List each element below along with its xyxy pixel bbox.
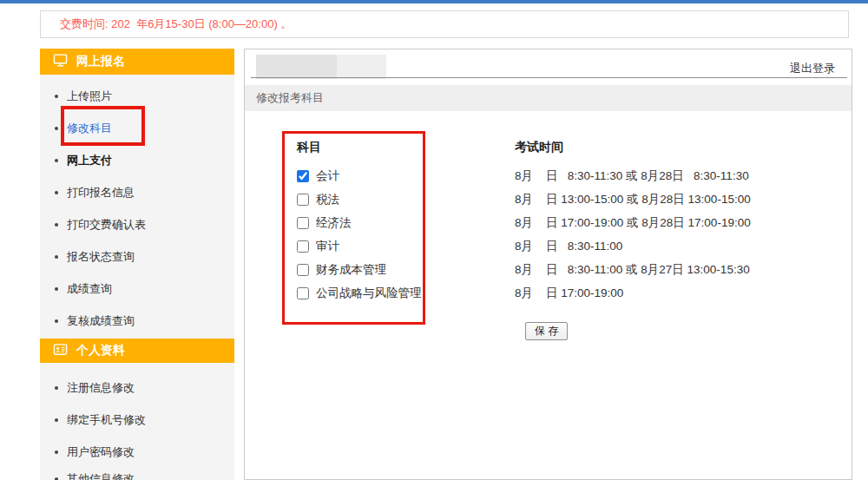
sidebar-section-personal-info: 个人资料 bbox=[40, 339, 234, 363]
subject-row: 经济法 bbox=[297, 211, 422, 234]
time-row: 8月 日 17:00-19:00 bbox=[515, 281, 751, 305]
sidebar-item-score-review-query[interactable]: 复核成绩查询 bbox=[40, 305, 234, 337]
bullet-icon bbox=[55, 418, 58, 422]
header-divider bbox=[251, 77, 847, 78]
exam-time: 8月 日 17:00-19:00 或 8月28日 17:00-19:00 bbox=[515, 215, 751, 231]
sidebar-item-registration-info-modify[interactable]: 注册信息修改 bbox=[40, 372, 234, 404]
sidebar-item-user-password-modify[interactable]: 用户密码修改 bbox=[40, 436, 234, 468]
bullet-icon bbox=[55, 223, 58, 227]
subject-column-header: 科目 bbox=[297, 140, 422, 157]
sidebar-item-modify-subjects[interactable]: 修改科目 bbox=[40, 112, 234, 144]
time-row: 8月 日 17:00-19:00 或 8月28日 17:00-19:00 bbox=[515, 211, 751, 234]
sidebar-item-upload-photo[interactable]: 上传照片 bbox=[40, 80, 234, 112]
subject-row: 财务成本管理 bbox=[297, 258, 422, 281]
time-row: 8月 日 13:00-15:00 或 8月28日 13:00-15:00 bbox=[515, 187, 751, 211]
bullet-icon bbox=[55, 127, 58, 130]
subject-row: 公司战略与风险管理 bbox=[297, 281, 422, 305]
payment-notice-text: 交费时间: 202 年6月15-30日 (8:00—20:00) 。 bbox=[60, 16, 292, 32]
subject-label: 公司战略与风险管理 bbox=[316, 286, 422, 301]
monitor-icon bbox=[53, 53, 68, 70]
top-accent-bar bbox=[0, 0, 868, 3]
subject-column: 科目 会计 税法 经济法 审计 财务成本管理 bbox=[297, 140, 422, 305]
exam-time-column: 考试时间 8月 日 8:30-11:30 或 8月28日 8:30-11:30 … bbox=[515, 140, 751, 305]
id-card-icon bbox=[53, 342, 68, 359]
exam-time: 8月 日 17:00-19:00 bbox=[515, 286, 623, 301]
sidebar-item-print-registration-info[interactable]: 打印报名信息 bbox=[40, 176, 234, 208]
sidebar-item-online-payment[interactable]: 网上支付 bbox=[40, 144, 234, 176]
bullet-icon bbox=[55, 386, 58, 390]
bullet-icon bbox=[55, 95, 58, 98]
subject-label: 会计 bbox=[316, 168, 339, 184]
main-panel: 退出登录 修改报考科目 科目 会计 税法 经济法 审计 财务成本管理 bbox=[244, 49, 852, 480]
sidebar-item-registration-status-query[interactable]: 报名状态查询 bbox=[40, 240, 234, 273]
bullet-icon bbox=[55, 159, 58, 162]
exam-time: 8月 日 8:30-11:00 bbox=[515, 239, 622, 254]
bullet-icon bbox=[55, 287, 58, 291]
sidebar-item-print-payment-confirmation[interactable]: 打印交费确认表 bbox=[40, 208, 234, 240]
bullet-icon bbox=[55, 255, 58, 259]
subject-label: 税法 bbox=[316, 192, 339, 207]
subject-row: 审计 bbox=[297, 234, 422, 258]
exam-time: 8月 日 13:00-15:00 或 8月28日 13:00-15:00 bbox=[515, 192, 751, 207]
subject-checkbox-auditing[interactable] bbox=[297, 240, 309, 253]
time-row: 8月 日 8:30-11:00 bbox=[515, 234, 751, 258]
time-row: 8月 日 8:30-11:00 或 8月27日 13:00-15:30 bbox=[515, 258, 751, 281]
subject-checkbox-tax-law[interactable] bbox=[297, 194, 309, 206]
sidebar-item-bound-phone-modify[interactable]: 绑定手机号修改 bbox=[40, 404, 234, 436]
sidebar-item-score-query[interactable]: 成绩查询 bbox=[40, 273, 234, 305]
subject-checkbox-accounting[interactable] bbox=[297, 170, 309, 182]
bullet-icon bbox=[55, 319, 58, 323]
sidebar-section-title: 网上报名 bbox=[76, 54, 125, 69]
payment-notice-box: 交费时间: 202 年6月15-30日 (8:00—20:00) 。 bbox=[40, 10, 849, 38]
sidebar-section-title: 个人资料 bbox=[76, 343, 125, 358]
save-button[interactable]: 保 存 bbox=[525, 322, 568, 340]
time-row: 8月 日 8:30-11:30 或 8月28日 8:30-11:30 bbox=[515, 164, 751, 187]
subject-label: 审计 bbox=[316, 239, 339, 254]
exam-time-column-header: 考试时间 bbox=[515, 140, 751, 157]
subject-checkbox-financial-cost-management[interactable] bbox=[297, 264, 309, 276]
subject-row: 会计 bbox=[297, 164, 422, 187]
user-name-redacted bbox=[256, 55, 386, 79]
page-title: 修改报考科目 bbox=[245, 85, 852, 111]
sidebar: 网上报名 上传照片 修改科目 网上支付 打印报名信息 打印交费确认表 报名状态查… bbox=[40, 49, 234, 480]
subject-checkbox-economic-law[interactable] bbox=[297, 217, 309, 229]
subject-label: 经济法 bbox=[316, 215, 352, 231]
exam-time: 8月 日 8:30-11:30 或 8月28日 8:30-11:30 bbox=[515, 168, 749, 184]
logout-link[interactable]: 退出登录 bbox=[790, 61, 835, 76]
sidebar-item-clipped[interactable]: 其他信息修改 bbox=[40, 468, 234, 480]
sidebar-section-online-registration: 网上报名 bbox=[40, 49, 234, 75]
exam-time: 8月 日 8:30-11:00 或 8月27日 13:00-15:30 bbox=[515, 262, 750, 278]
subject-checkbox-strategy-risk-management[interactable] bbox=[297, 287, 309, 299]
subject-label: 财务成本管理 bbox=[316, 262, 386, 278]
bullet-icon bbox=[55, 191, 58, 194]
subject-row: 税法 bbox=[297, 187, 422, 211]
bullet-icon bbox=[55, 450, 58, 454]
